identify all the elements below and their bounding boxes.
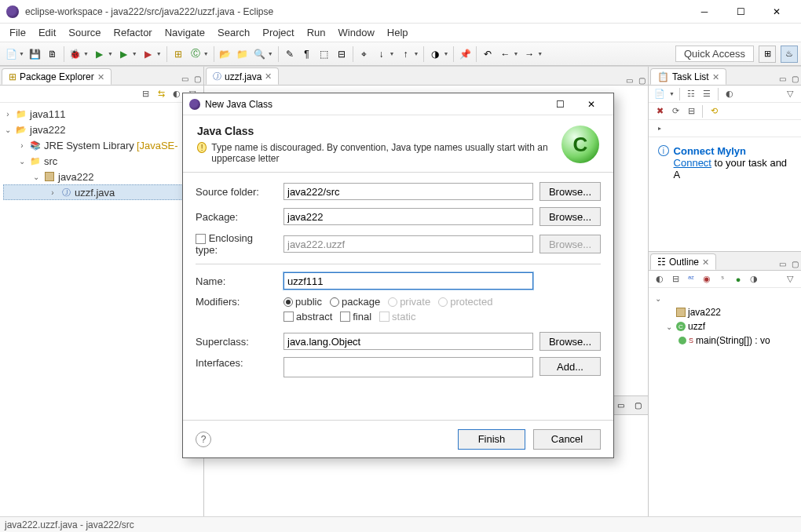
source-folder-input[interactable] [283, 183, 533, 200]
dialog-header: Java Class [197, 125, 561, 137]
label-superclass: Superclass: [196, 336, 277, 348]
enclosing-type-input [283, 235, 533, 253]
warning-icon: ! [197, 142, 207, 153]
dialog-warning: Type name is discouraged. By convention,… [211, 142, 561, 164]
dialog-close-button[interactable]: ✕ [576, 94, 607, 115]
label-name: Name: [196, 275, 277, 287]
label-modifiers: Modifiers: [196, 296, 277, 308]
modifier-static-checkbox: static [379, 311, 415, 322]
name-input[interactable] [283, 272, 533, 290]
new-java-class-dialog: New Java Class ☐ ✕ Java Class ! Type nam… [182, 93, 614, 458]
browse-source-folder-button[interactable]: Browse... [539, 182, 601, 201]
label-source-folder: Source folder: [196, 186, 277, 198]
browse-superclass-button[interactable]: Browse... [539, 332, 601, 351]
browse-package-button[interactable]: Browse... [539, 207, 601, 226]
modifier-abstract-checkbox[interactable]: abstract [283, 311, 332, 322]
enclosing-type-checkbox[interactable] [196, 234, 206, 244]
eclipse-icon [189, 99, 200, 110]
browse-enclosing-button: Browse... [539, 235, 601, 253]
modifier-public-radio[interactable]: public [283, 296, 322, 308]
add-interface-button[interactable]: Add... [539, 357, 601, 376]
dialog-titlebar[interactable]: New Java Class ☐ ✕ [183, 93, 613, 115]
label-interfaces: Interfaces: [196, 357, 277, 369]
label-enclosing-type: Enclosing type: [196, 232, 277, 256]
finish-button[interactable]: Finish [458, 429, 525, 450]
modifier-final-checkbox[interactable]: final [340, 311, 371, 322]
dialog-maximize-button[interactable]: ☐ [544, 94, 576, 115]
dialog-title: New Java Class [205, 99, 272, 110]
statusbar-text: java222.uzzf.java - java222/src [5, 519, 134, 530]
modifier-private-radio: private [388, 296, 430, 308]
modifier-protected-radio: protected [438, 296, 492, 308]
package-input[interactable] [283, 208, 533, 225]
superclass-input[interactable] [283, 333, 533, 350]
class-wizard-icon: C [561, 126, 599, 163]
help-button[interactable]: ? [196, 432, 211, 447]
statusbar: java222.uzzf.java - java222/src [0, 516, 801, 532]
modifier-package-radio[interactable]: package [330, 296, 380, 308]
label-package: Package: [196, 211, 277, 223]
interfaces-list[interactable] [283, 357, 533, 377]
cancel-button[interactable]: Cancel [533, 429, 601, 450]
